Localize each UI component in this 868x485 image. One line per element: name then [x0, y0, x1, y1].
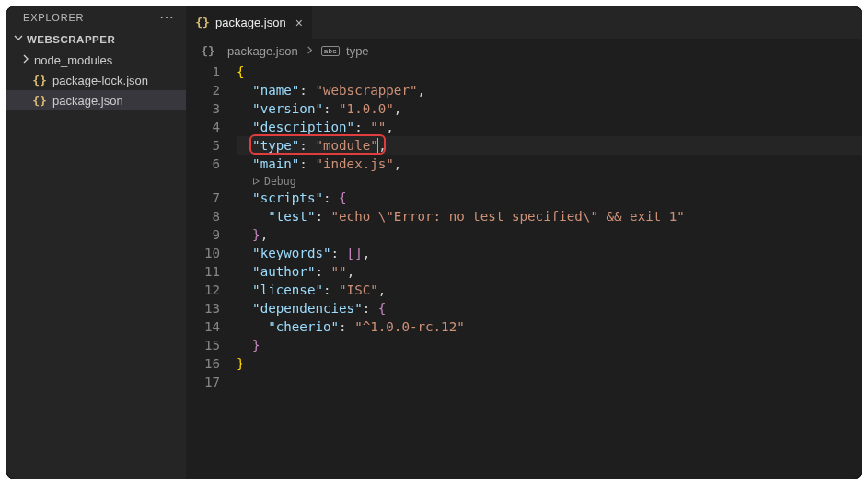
line-number: 8 [186, 207, 220, 225]
tree-item-label: package-lock.json [52, 74, 148, 87]
codelens-debug[interactable]: Debug [237, 173, 862, 189]
code-content[interactable]: { "name": "webscrapper", "version": "1.0… [237, 63, 862, 479]
code-line[interactable]: "type": "module", [237, 136, 862, 155]
line-number-gutter: 1234567891011121314151617 [186, 63, 237, 479]
tab-bar: {} package.json × [186, 6, 862, 39]
line-number: 15 [186, 336, 220, 354]
close-icon[interactable]: × [295, 16, 303, 30]
code-line[interactable]: } [237, 336, 862, 354]
code-line[interactable]: "scripts": { [237, 189, 862, 207]
code-line[interactable]: "name": "webscrapper", [237, 81, 862, 99]
code-line[interactable] [237, 373, 862, 391]
code-line[interactable]: "cheerio": "^1.0.0-rc.12" [237, 318, 862, 336]
line-number: 11 [186, 262, 220, 281]
json-file-icon: {} [32, 73, 47, 87]
line-number: 2 [186, 81, 220, 99]
line-number: 4 [186, 118, 220, 136]
chevron-down-icon [12, 32, 25, 46]
explorer-title: EXPLORER [23, 12, 84, 23]
code-line[interactable]: { [237, 63, 862, 81]
line-number: 1 [186, 63, 220, 81]
tab-filename: package.json [215, 16, 286, 29]
editor-window: EXPLORER ⋯ WEBSCRAPPER node_modules{}pac… [6, 6, 862, 479]
line-number: 10 [186, 244, 220, 262]
file-tree: node_modules{}package-lock.json{}package… [6, 50, 186, 110]
json-file-icon: {} [32, 93, 47, 108]
line-number: 6 [186, 155, 220, 173]
line-number: 9 [186, 225, 220, 244]
codelens-label: Debug [264, 172, 296, 191]
code-line[interactable]: "author": "", [237, 262, 862, 281]
code-line[interactable]: "version": "1.0.0", [237, 99, 862, 118]
explorer-more-icon[interactable]: ⋯ [159, 13, 176, 22]
json-file-icon: {} [195, 16, 210, 30]
breadcrumb[interactable]: {} package.json abc type [186, 39, 862, 63]
breadcrumb-file: package.json [227, 44, 298, 58]
code-line[interactable]: "description": "", [237, 118, 862, 136]
breadcrumb-symbol: type [346, 44, 369, 58]
code-line[interactable]: "main": "index.js", [237, 155, 862, 173]
play-icon [251, 177, 260, 186]
line-number: 5 [186, 136, 220, 155]
code-line[interactable]: "keywords": [], [237, 244, 862, 262]
chevron-right-icon [19, 53, 32, 67]
code-line[interactable]: }, [237, 225, 862, 244]
tree-file-package-lock.json[interactable]: {}package-lock.json [6, 70, 186, 90]
tree-item-label: package.json [52, 94, 123, 108]
explorer-header: EXPLORER ⋯ [6, 6, 186, 29]
sidebar-explorer: EXPLORER ⋯ WEBSCRAPPER node_modules{}pac… [6, 6, 186, 479]
line-number: 12 [186, 281, 220, 299]
line-number: 17 [186, 373, 220, 391]
tab-package-json[interactable]: {} package.json × [186, 6, 313, 39]
code-line[interactable]: } [237, 354, 862, 373]
chevron-right-icon [305, 44, 315, 58]
tree-folder-node_modules[interactable]: node_modules [6, 50, 186, 70]
code-editor[interactable]: 1234567891011121314151617 { "name": "web… [186, 63, 862, 479]
line-number: 14 [186, 318, 220, 336]
project-header[interactable]: WEBSCRAPPER [6, 29, 186, 50]
tree-file-package.json[interactable]: {}package.json [6, 90, 186, 110]
project-name: WEBSCRAPPER [27, 34, 115, 45]
code-line[interactable]: "dependencies": { [237, 299, 862, 318]
line-number: 3 [186, 99, 220, 118]
json-file-icon: {} [201, 43, 215, 58]
symbol-string-icon: abc [321, 46, 340, 56]
editor-area: {} package.json × {} package.json abc ty… [186, 6, 862, 479]
line-number: 7 [186, 189, 220, 207]
line-number: 16 [186, 354, 220, 373]
code-line[interactable]: "license": "ISC", [237, 281, 862, 299]
line-number: 13 [186, 299, 220, 318]
code-line[interactable]: "test": "echo \"Error: no test specified… [237, 207, 862, 225]
tree-item-label: node_modules [34, 53, 112, 67]
